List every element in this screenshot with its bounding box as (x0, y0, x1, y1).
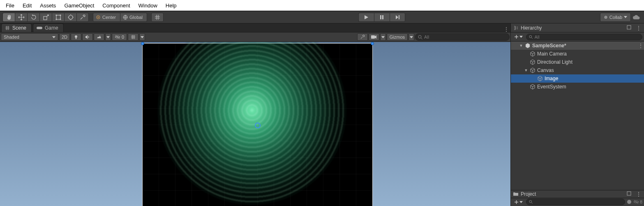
scene-row-menu[interactable]: ⋮ (637, 43, 644, 49)
svg-rect-15 (76, 38, 76, 39)
hierarchy-search[interactable] (526, 34, 642, 40)
gameobject-icon (530, 59, 536, 65)
project-sub-toolbar: 8 (511, 198, 644, 206)
hierarchy-item-label: Directional Light (537, 59, 572, 65)
cloud-button[interactable] (631, 11, 642, 23)
step-button[interactable] (390, 13, 405, 22)
gizmos-dropdown[interactable]: Gizmos (387, 33, 408, 41)
chevron-down-icon (52, 36, 55, 38)
hierarchy-add-button[interactable] (512, 35, 524, 39)
camera-dropdown[interactable] (380, 33, 386, 41)
menu-gameobject[interactable]: GameObject (60, 2, 98, 9)
tab-scene-label: Scene (12, 25, 26, 31)
project-add-button[interactable] (512, 200, 524, 204)
project-menu-button[interactable]: ⋮ (636, 191, 642, 197)
rotate-tool-button[interactable] (27, 13, 39, 22)
tab-game[interactable]: Game (33, 23, 64, 32)
tab-scene[interactable]: Scene (1, 23, 32, 32)
scene-search-input[interactable] (424, 35, 507, 39)
grid-dropdown[interactable] (139, 33, 145, 41)
os-menu-bar: File Edit Assets GameObject Component Wi… (0, 0, 644, 11)
project-search[interactable] (526, 199, 625, 205)
hidden-objects-toggle[interactable]: 0 (112, 33, 127, 41)
hierarchy-item-canvas[interactable]: ▼Canvas (511, 66, 644, 74)
pause-button[interactable] (374, 13, 390, 22)
hand-tool-button[interactable] (2, 13, 15, 22)
hierarchy-item-label: Main Camera (537, 51, 567, 57)
svg-rect-10 (380, 15, 381, 19)
project-search-input[interactable] (534, 199, 622, 204)
hierarchy-item-image[interactable]: Image (511, 74, 644, 83)
transform-tool-button[interactable] (64, 13, 76, 22)
menu-edit[interactable]: Edit (18, 2, 36, 9)
rect-handle-tl[interactable] (141, 42, 144, 45)
rotate-icon (30, 14, 37, 21)
project-hidden-count: 8 (640, 199, 642, 204)
audio-toggle[interactable] (82, 33, 93, 41)
svg-rect-13 (37, 27, 42, 29)
scale-tool-button[interactable] (39, 13, 52, 22)
pivot-mode-button[interactable]: Center (93, 13, 120, 22)
menu-window[interactable]: Window (134, 2, 162, 9)
svg-point-8 (98, 17, 99, 18)
playback-group (358, 13, 405, 22)
pause-icon (379, 15, 384, 20)
chevron-down-icon (519, 36, 523, 38)
svg-rect-11 (382, 15, 383, 19)
canvas-rect[interactable] (142, 43, 373, 206)
menu-file[interactable]: File (2, 2, 18, 9)
camera-settings-button[interactable] (369, 33, 379, 41)
svg-point-21 (529, 201, 532, 203)
favorite-icon[interactable] (627, 199, 632, 204)
custom-tool-button[interactable] (76, 13, 89, 22)
shading-mode-label: Shaded (4, 35, 19, 39)
hierarchy-menu-button[interactable]: ⋮ (636, 25, 642, 31)
scene-viewport[interactable] (0, 42, 510, 206)
rect-tool-button[interactable] (52, 13, 64, 22)
grid-toggle[interactable] (128, 33, 138, 41)
shading-mode-dropdown[interactable]: Shaded (1, 33, 58, 41)
snap-button[interactable] (151, 13, 164, 22)
lighting-toggle[interactable] (71, 33, 81, 41)
hierarchy-scene-row[interactable]: ▼ SampleScene* ⋮ (511, 42, 644, 50)
collab-button[interactable]: Collab (600, 13, 631, 22)
space-mode-button[interactable]: Global (120, 13, 147, 22)
hierarchy-search-input[interactable] (535, 35, 640, 39)
hierarchy-item-directional-light[interactable]: Directional Light (511, 58, 644, 66)
project-hidden-toggle[interactable]: 8 (633, 199, 642, 204)
unity-logo-icon (525, 43, 531, 49)
fx-icon (97, 35, 102, 39)
move-tool-button[interactable] (15, 13, 27, 22)
project-maximize-button[interactable] (627, 191, 633, 197)
svg-point-5 (60, 19, 61, 20)
svg-point-6 (69, 15, 73, 19)
tools-settings-button[interactable] (357, 33, 368, 41)
hierarchy-item-main-camera[interactable]: Main Camera (511, 50, 644, 58)
hierarchy-maximize-button[interactable] (627, 25, 633, 31)
scene-search[interactable] (415, 33, 510, 41)
transform-tools-group (2, 13, 89, 22)
svg-point-2 (56, 15, 57, 16)
panel-menu-button[interactable]: ⋮ (502, 26, 510, 32)
scene-toolbar: Shaded 2D 0 Gizmos (0, 32, 510, 42)
camera-icon (371, 35, 377, 39)
scale-icon (43, 14, 49, 21)
fx-dropdown[interactable] (105, 33, 111, 41)
menu-component[interactable]: Component (98, 2, 134, 9)
play-button[interactable] (358, 13, 374, 22)
mode-2d-label: 2D (62, 35, 67, 39)
hierarchy-item-eventsystem[interactable]: EventSystem (511, 83, 644, 91)
foldout-icon[interactable]: ▼ (524, 68, 528, 72)
main-toolbar: Center Global Collab (0, 11, 644, 23)
gizmos-dropdown-arrow[interactable] (409, 33, 414, 41)
pivot-handle[interactable] (255, 123, 261, 128)
global-icon (123, 15, 128, 20)
rect-handle-tr[interactable] (371, 42, 374, 45)
fx-toggle[interactable] (94, 33, 104, 41)
svg-rect-12 (399, 15, 399, 19)
tab-game-label: Game (45, 25, 58, 31)
foldout-icon[interactable]: ▼ (519, 44, 523, 48)
menu-assets[interactable]: Assets (36, 2, 60, 9)
mode-2d-toggle[interactable]: 2D (59, 33, 70, 41)
menu-help[interactable]: Help (162, 2, 181, 9)
